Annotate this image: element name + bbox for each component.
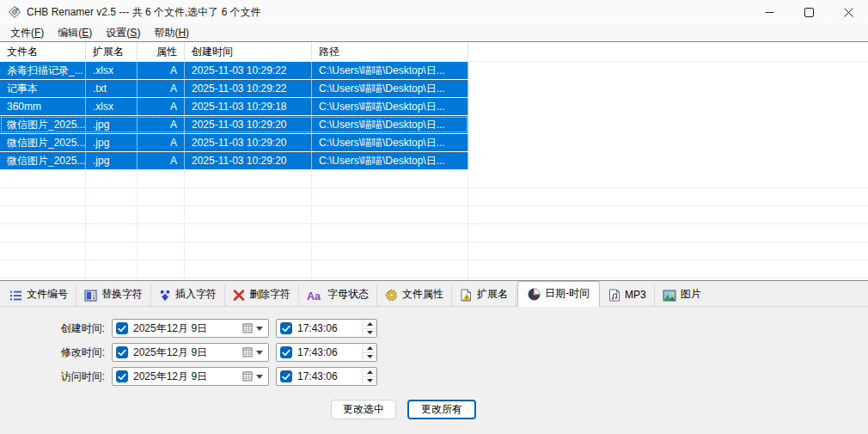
cell-filename: 微信图片_2025...: [0, 152, 86, 169]
row-filler: [468, 98, 868, 115]
column-header-path[interactable]: 路径: [312, 42, 468, 61]
tab-file-number[interactable]: 文件编号: [2, 284, 76, 306]
tab-letter-case[interactable]: Aa字母状态: [299, 284, 377, 306]
row-filler: [468, 206, 868, 223]
column-header-created[interactable]: 创建时间: [185, 42, 312, 61]
checkbox[interactable]: [116, 370, 128, 382]
cell-attribute: A: [138, 62, 185, 79]
spinner-down-button[interactable]: [363, 329, 376, 338]
table-row[interactable]: [0, 206, 868, 224]
table-row[interactable]: [0, 188, 868, 206]
cell-filename: 微信图片_2025...: [0, 116, 86, 133]
cell-created: 2025-11-03 10:29:20: [185, 116, 312, 133]
tab-extension[interactable]: 扩展名: [452, 284, 517, 306]
tab-image[interactable]: 图片: [655, 284, 709, 306]
row-filler: [468, 134, 868, 151]
minimize-button[interactable]: [749, 0, 789, 24]
checkbox[interactable]: [280, 370, 292, 382]
table-row[interactable]: [0, 242, 868, 260]
table-row[interactable]: 微信图片_2025....jpgA2025-11-03 10:29:20C:\U…: [0, 116, 868, 134]
app-window: CHB Renamer v2.5 --- 共 6 个文件,选中了 6 个文件 文…: [0, 0, 868, 434]
checkbox[interactable]: [280, 346, 292, 358]
checkbox[interactable]: [280, 322, 292, 334]
numbered-list-icon: [9, 290, 22, 302]
caret-down-icon[interactable]: [254, 349, 265, 357]
calendar-icon: [242, 371, 253, 382]
panel-rows: 创建时间:2025年12月 9日17:43:06修改时间:2025年12月 9日…: [0, 319, 868, 386]
table-row[interactable]: 杀毒扫描记录_....xlsxA2025-11-03 10:29:22C:\Us…: [0, 62, 868, 80]
cell-created: [185, 260, 312, 278]
table-row[interactable]: [0, 170, 868, 188]
cell-created: 2025-11-03 10:29:18: [185, 98, 312, 115]
checkbox[interactable]: [116, 346, 128, 358]
tab-insert-chars[interactable]: 插入字符: [151, 284, 225, 306]
row-filler: [468, 152, 868, 169]
apply-selected-button[interactable]: 更改选中: [331, 400, 396, 419]
cell-path: C:\Users\喵喵\Desktop\日...: [312, 80, 468, 97]
cell-attribute: A: [138, 98, 185, 115]
row-filler: [468, 170, 868, 187]
cell-path: [312, 224, 468, 241]
cell-extension: [86, 188, 138, 205]
table-row[interactable]: 微信图片_2025....jpgA2025-11-03 10:29:20C:\U…: [0, 152, 868, 170]
calendar-icon: [242, 323, 253, 333]
checkbox[interactable]: [116, 322, 128, 334]
close-button[interactable]: [828, 0, 868, 24]
spinner-down-button[interactable]: [363, 353, 376, 362]
date-value: 2025年12月 9日: [133, 370, 242, 384]
clock-icon: [528, 288, 541, 301]
table-row[interactable]: 360mm.xlsxA2025-11-03 10:29:18C:\Users\喵…: [0, 98, 868, 116]
tab-file-attrs[interactable]: 文件属性: [377, 284, 452, 306]
file-list: 文件名扩展名属性创建时间路径 杀毒扫描记录_....xlsxA2025-11-0…: [0, 41, 868, 281]
tab-label: 扩展名: [477, 287, 508, 302]
cell-filename: 360mm: [0, 98, 86, 115]
gear-icon: [385, 289, 398, 302]
table-row[interactable]: 微信图片_2025....jpgA2025-11-03 10:29:20C:\U…: [0, 134, 868, 152]
menu-item-help[interactable]: 帮助(H): [147, 24, 196, 42]
date-picker-modified[interactable]: 2025年12月 9日: [112, 343, 269, 362]
tab-replace-chars[interactable]: 替换字符: [76, 284, 151, 306]
spinner-up-button[interactable]: [363, 368, 376, 377]
row-filler: [468, 260, 868, 278]
spinner-up-button[interactable]: [363, 344, 376, 353]
tab-delete-chars[interactable]: 删除字符: [225, 284, 299, 306]
menu-bar: 文件(F)编辑(E)设置(S)帮助(H): [0, 24, 868, 41]
cell-attribute: [138, 260, 185, 278]
date-picker-created[interactable]: 2025年12月 9日: [112, 319, 269, 338]
time-picker-created[interactable]: 17:43:06: [276, 319, 377, 338]
list-header: 文件名扩展名属性创建时间路径: [0, 42, 868, 62]
column-header-filename[interactable]: 文件名: [0, 42, 86, 61]
table-row[interactable]: 记事本.txtA2025-11-03 10:29:22C:\Users\喵喵\D…: [0, 80, 868, 98]
row-filler: [468, 224, 868, 241]
cell-extension: .txt: [86, 80, 138, 97]
spinner-down-button[interactable]: [363, 377, 376, 386]
letter-case-icon: Aa: [307, 290, 323, 302]
spinner: [362, 344, 376, 361]
maximize-button[interactable]: [789, 0, 828, 24]
apply-all-button[interactable]: 更改所有: [407, 400, 476, 419]
page-warning-icon: [460, 289, 473, 302]
date-picker-accessed[interactable]: 2025年12月 9日: [112, 367, 269, 386]
menu-item-file[interactable]: 文件(F): [3, 24, 51, 42]
spinner-up-button[interactable]: [363, 320, 376, 329]
cell-extension: .jpg: [86, 116, 138, 133]
time-value: 17:43:06: [297, 322, 362, 334]
cell-extension: .jpg: [86, 152, 138, 169]
menu-item-edit[interactable]: 编辑(E): [51, 24, 99, 42]
cell-filename: [0, 224, 86, 241]
column-header-attribute[interactable]: 属性: [138, 42, 185, 61]
menu-item-settings[interactable]: 设置(S): [99, 24, 147, 42]
table-row[interactable]: [0, 224, 868, 242]
caret-down-icon[interactable]: [254, 325, 265, 333]
time-picker-accessed[interactable]: 17:43:06: [276, 367, 377, 386]
cell-extension: [86, 260, 138, 278]
caret-down-icon[interactable]: [254, 373, 265, 381]
cell-created: [185, 188, 312, 205]
time-picker-modified[interactable]: 17:43:06: [276, 343, 377, 362]
tab-mp3[interactable]: MP3: [601, 284, 655, 306]
table-row[interactable]: [0, 260, 868, 278]
tab-date-time[interactable]: 日期-时间: [517, 281, 600, 307]
tab-label: 文件编号: [27, 287, 68, 302]
column-header-extension[interactable]: 扩展名: [86, 42, 138, 61]
spinner: [362, 320, 376, 337]
